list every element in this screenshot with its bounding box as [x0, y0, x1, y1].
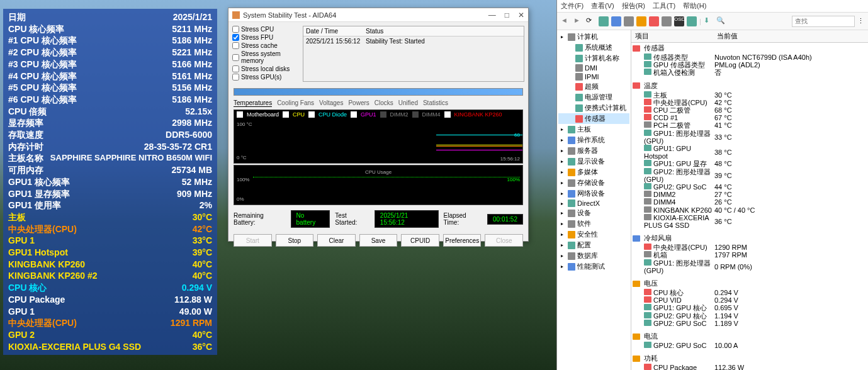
search-input[interactable]: [792, 16, 855, 27]
status-row: Remaining Battery: No battery Test Start…: [228, 206, 528, 232]
osd-row: 可用内存25734 MB: [8, 164, 212, 176]
tree-node[interactable]: ▸性能测试: [558, 261, 629, 272]
menu-icon[interactable]: ⋮: [857, 17, 864, 25]
graph-tab[interactable]: Statistics: [423, 99, 448, 107]
stress-check[interactable]: Stress system memory: [232, 50, 300, 64]
stress-checklist: Stress CPUStress FPUStress cacheStress s…: [232, 26, 300, 82]
toolbar-icon[interactable]: [611, 16, 621, 26]
tree-node[interactable]: 便携式计算机: [558, 103, 629, 113]
sensor-row: 传感器类型Nuvoton NCT6799D (ISA A40h): [631, 53, 868, 61]
tree-node[interactable]: ▸存储设备: [558, 177, 629, 188]
toolbar-icon[interactable]: [649, 16, 659, 26]
tree-node[interactable]: ▸配置: [558, 240, 629, 250]
tree-node[interactable]: ▸DirectX: [558, 199, 629, 208]
stress-check[interactable]: Stress local disks: [232, 65, 300, 72]
sensor-list: 项目 当前值 传感器传感器类型Nuvoton NCT6799D (ISA A40…: [631, 30, 868, 370]
category-row: 电压: [631, 278, 868, 289]
sensor-row: PCH 二极管41 °C: [631, 121, 868, 129]
toolbar-icon[interactable]: [687, 16, 697, 26]
cpu-usage-graph: CPU Usage 100% 0% 100%: [234, 165, 523, 205]
col-datetime: Date / Time: [303, 26, 363, 36]
sensor-row: CPU 核心0.294 V: [631, 289, 868, 296]
nav-tree[interactable]: ▸计算机系统概述计算机名称DMIIPMI超频电源管理便携式计算机传感器▸主板▸操…: [557, 30, 631, 370]
tree-node[interactable]: 传感器: [558, 113, 629, 124]
stop-button[interactable]: Stop: [276, 234, 314, 247]
menu-item[interactable]: 报告(R): [622, 1, 645, 11]
graph-tab[interactable]: Clocks: [375, 99, 393, 107]
stability-test-window: System Stability Test - AIDA64 — □ ✕ Str…: [228, 8, 529, 242]
sensor-row: CCD #167 °C: [631, 114, 868, 121]
close-button[interactable]: Close: [485, 234, 523, 247]
back-icon[interactable]: ◄: [561, 16, 571, 26]
sensor-row: CPU Package112.36 W: [631, 364, 868, 370]
aida64-window: 文件(F)查看(V)报告(R)工具(T)帮助(H) ◄ ► ⟳ OSD | ⬇ …: [556, 0, 868, 370]
tree-node[interactable]: 超频: [558, 81, 629, 92]
category-row: 功耗: [631, 353, 868, 364]
graph-tabs[interactable]: TemperaturesCooling FansVoltagesPowersCl…: [228, 98, 528, 108]
sensor-row: 机箱1797 RPM: [631, 251, 868, 259]
osd-row: GPU1 Hotspot39°C: [8, 247, 212, 259]
minimize-button[interactable]: —: [488, 11, 496, 20]
close-button[interactable]: ✕: [518, 11, 524, 20]
menu-bar[interactable]: 文件(F)查看(V)报告(R)工具(T)帮助(H): [557, 0, 868, 13]
tree-node[interactable]: DMI: [558, 64, 629, 72]
download-icon[interactable]: ⬇: [704, 16, 714, 26]
tree-node[interactable]: IPMI: [558, 72, 629, 81]
tree-node[interactable]: 电源管理: [558, 92, 629, 103]
tree-node[interactable]: ▸设备: [558, 208, 629, 218]
tree-node[interactable]: ▸操作系统: [558, 135, 629, 145]
osd-row: GPU1 显存频率909 MHz: [8, 188, 212, 200]
menu-item[interactable]: 工具(T): [653, 1, 675, 11]
tree-node[interactable]: ▸数据库: [558, 250, 629, 261]
clear-button[interactable]: Clear: [317, 234, 356, 247]
tree-node[interactable]: ▸计算机: [558, 31, 629, 42]
stress-check[interactable]: Stress cache: [232, 42, 300, 49]
maximize-button[interactable]: □: [505, 11, 509, 20]
menu-item[interactable]: 查看(V): [591, 1, 614, 11]
cpuid-button[interactable]: CPUID: [401, 234, 439, 247]
graph-tab[interactable]: Unified: [398, 99, 418, 107]
sensor-row: GPU2: GPU SoC10.00 A: [631, 342, 868, 349]
tree-node[interactable]: ▸软件: [558, 218, 629, 229]
graph-tab[interactable]: Temperatures: [234, 99, 272, 107]
stress-check[interactable]: Stress FPU: [232, 34, 300, 41]
osd-row: 主板30°C: [8, 211, 212, 223]
stress-check[interactable]: Stress GPU(s): [232, 74, 300, 81]
graph-tab[interactable]: Voltages: [319, 99, 343, 107]
tree-node[interactable]: 系统概述: [558, 42, 629, 53]
toolbar-icon[interactable]: OSD: [674, 16, 684, 26]
tree-node[interactable]: ▸多媒体: [558, 167, 629, 177]
start-button[interactable]: Start: [234, 234, 272, 247]
menu-item[interactable]: 文件(F): [561, 1, 583, 11]
osd-row: 中央处理器(CPU)1291 RPM: [8, 317, 212, 329]
graph-tab[interactable]: Cooling Fans: [277, 99, 314, 107]
toolbar[interactable]: ◄ ► ⟳ OSD | ⬇ 🔍 ⋮: [557, 13, 868, 30]
osd-row: GPU1 使用率2%: [8, 199, 212, 211]
toolbar-icon[interactable]: [599, 16, 609, 26]
forward-icon[interactable]: ►: [573, 16, 583, 26]
tree-node[interactable]: ▸主板: [558, 124, 629, 135]
graph-tab[interactable]: Powers: [348, 99, 369, 107]
log-table: Date / Time Status 2025/1/21 15:56:12 St…: [303, 26, 524, 82]
col-value: 当前值: [713, 30, 741, 42]
osd-row: CPU 核心0.294 V: [8, 282, 212, 294]
search-icon[interactable]: 🔍: [716, 16, 726, 26]
osd-row: 中央处理器(CPU)42°C: [8, 223, 212, 235]
toolbar-icon[interactable]: [662, 16, 672, 26]
osd-row: 日期2025/1/21: [8, 11, 212, 23]
refresh-icon[interactable]: ⟳: [586, 16, 596, 26]
menu-item[interactable]: 帮助(H): [683, 1, 706, 11]
toolbar-icon[interactable]: [624, 16, 634, 26]
save-button[interactable]: Save: [359, 234, 398, 247]
sensor-row: 中央处理器(CPU)1290 RPM: [631, 244, 868, 251]
toolbar-icon[interactable]: [636, 16, 646, 26]
tree-node[interactable]: ▸安全性: [558, 229, 629, 240]
tree-node[interactable]: ▸显示设备: [558, 156, 629, 167]
tree-node[interactable]: ▸服务器: [558, 145, 629, 156]
preferences-button[interactable]: Preferences: [443, 234, 482, 247]
stress-check[interactable]: Stress CPU: [232, 26, 300, 33]
window-titlebar[interactable]: System Stability Test - AIDA64 — □ ✕: [228, 8, 528, 22]
osd-row: 主板名称SAPPHIRE SAPPHIRE NITRO B650M WIFI: [8, 152, 212, 164]
tree-node[interactable]: 计算机名称: [558, 53, 629, 64]
tree-node[interactable]: ▸网络设备: [558, 188, 629, 199]
